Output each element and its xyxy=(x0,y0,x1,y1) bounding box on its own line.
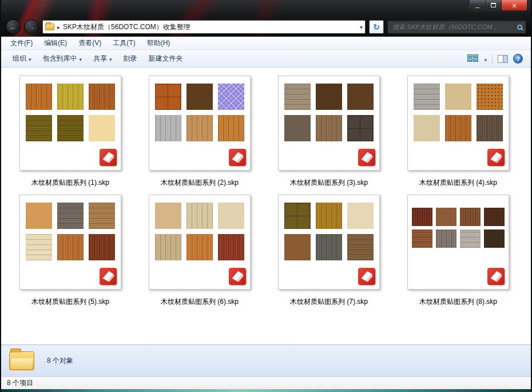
command-toolbar: 组织 包含到库中 共享 刻录 新建文件夹 xyxy=(1,50,531,68)
refresh-button[interactable] xyxy=(369,20,384,34)
menu-edit[interactable]: 编辑(E) xyxy=(38,37,73,49)
texture-swatch xyxy=(347,115,374,141)
file-item[interactable]: 木纹材质贴图系列 (6).skp xyxy=(149,195,251,307)
texture-swatch xyxy=(57,234,84,260)
sketchup-logo-icon xyxy=(100,149,117,166)
file-item[interactable]: 木纹材质贴图系列 (5).skp xyxy=(19,195,121,307)
menu-file[interactable]: 文件(F) xyxy=(5,37,38,49)
sketchup-logo-icon xyxy=(487,268,505,285)
texture-swatch xyxy=(155,234,181,260)
minimize-icon xyxy=(475,0,479,10)
forward-arrow-icon xyxy=(27,22,35,31)
window-chrome: SKP木纹材质（56DOTC.COM）收集整理 xyxy=(1,0,531,37)
minimize-button[interactable] xyxy=(469,0,486,11)
texture-swatch xyxy=(445,115,471,141)
chevron-down-icon xyxy=(80,55,82,63)
forward-button[interactable] xyxy=(24,19,39,34)
texture-swatch xyxy=(316,203,342,229)
maximize-button[interactable] xyxy=(485,0,502,11)
texture-swatch xyxy=(89,203,115,229)
file-item[interactable]: 木纹材质贴图系列 (8).skp xyxy=(407,195,509,307)
breadcrumb-dropdown-icon[interactable] xyxy=(360,23,363,31)
texture-swatch xyxy=(218,84,244,110)
file-thumbnail xyxy=(278,76,380,171)
details-pane: 8 个对象 xyxy=(1,345,531,377)
texture-swatch xyxy=(26,203,52,229)
texture-swatch xyxy=(284,84,311,110)
file-thumbnail xyxy=(407,76,509,171)
window-controls xyxy=(470,0,527,11)
back-button[interactable] xyxy=(6,19,21,34)
texture-swatch xyxy=(57,203,84,229)
search-input[interactable] xyxy=(391,23,515,31)
include-in-library-button[interactable]: 包含到库中 xyxy=(37,52,88,65)
sketchup-logo-icon xyxy=(358,149,375,166)
change-view-icon[interactable] xyxy=(467,54,479,63)
texture-swatch xyxy=(57,115,84,141)
file-item[interactable]: 木纹材质贴图系列 (7).skp xyxy=(278,195,380,307)
organize-label: 组织 xyxy=(13,54,26,64)
organize-button[interactable]: 组织 xyxy=(7,52,37,65)
sketchup-logo-icon xyxy=(229,149,246,166)
texture-swatch xyxy=(57,84,84,110)
texture-swatch xyxy=(26,115,52,141)
texture-swatch xyxy=(155,115,181,141)
close-icon xyxy=(511,0,517,10)
texture-swatch xyxy=(284,234,311,260)
chevron-down-icon[interactable] xyxy=(484,54,487,64)
texture-swatch xyxy=(484,229,505,248)
texture-swatch xyxy=(477,84,503,110)
texture-swatch-grid xyxy=(149,203,250,260)
window-bottom-edge xyxy=(1,389,531,392)
file-thumbnail xyxy=(19,195,121,290)
file-item[interactable]: 木纹材质贴图系列 (2).skp xyxy=(149,76,251,188)
new-folder-button[interactable]: 新建文件夹 xyxy=(143,52,189,65)
file-name-label: 木纹材质贴图系列 (5).skp xyxy=(19,297,121,307)
menu-tools[interactable]: 工具(T) xyxy=(107,37,141,49)
texture-swatch xyxy=(460,229,481,248)
texture-swatch xyxy=(412,208,432,226)
texture-swatch xyxy=(186,84,213,110)
texture-swatch xyxy=(89,115,115,141)
texture-swatch xyxy=(414,115,440,141)
breadcrumb-separator-icon xyxy=(57,23,60,31)
texture-swatch xyxy=(26,84,52,110)
help-icon[interactable] xyxy=(513,54,523,64)
texture-swatch xyxy=(412,229,432,248)
navigation-bar: SKP木纹材质（56DOTC.COM）收集整理 xyxy=(1,17,531,37)
folder-icon xyxy=(9,351,34,370)
texture-swatch xyxy=(218,234,244,260)
file-item[interactable]: 木纹材质贴图系列 (1).skp xyxy=(19,76,121,188)
search-box[interactable] xyxy=(387,20,526,34)
menu-view[interactable]: 查看(V) xyxy=(73,37,107,49)
close-button[interactable] xyxy=(501,0,527,11)
texture-swatch xyxy=(155,84,181,110)
menu-help[interactable]: 帮助(H) xyxy=(141,37,176,49)
back-arrow-icon xyxy=(9,22,17,31)
texture-swatch xyxy=(484,208,505,226)
texture-swatch xyxy=(347,84,374,110)
file-name-label: 木纹材质贴图系列 (7).skp xyxy=(278,297,380,307)
texture-swatch xyxy=(436,208,456,226)
file-name-label: 木纹材质贴图系列 (3).skp xyxy=(278,178,380,188)
share-label: 共享 xyxy=(93,54,107,64)
preview-pane-icon[interactable] xyxy=(498,55,508,63)
status-bar: 8 个项目 xyxy=(1,377,531,389)
file-item[interactable]: 木纹材质贴图系列 (3).skp xyxy=(278,76,380,188)
texture-swatch-grid xyxy=(20,203,121,260)
file-thumbnail xyxy=(19,76,121,171)
sketchup-logo-icon xyxy=(358,268,375,285)
breadcrumb[interactable]: SKP木纹材质（56DOTC.COM）收集整理 xyxy=(42,20,366,34)
share-button[interactable]: 共享 xyxy=(88,52,118,65)
file-item[interactable]: 木纹材质贴图系列 (4).skp xyxy=(407,76,509,188)
texture-swatch xyxy=(186,203,213,229)
burn-button[interactable]: 刻录 xyxy=(118,52,143,65)
texture-swatch-grid xyxy=(279,84,379,141)
sketchup-logo-icon xyxy=(229,268,246,285)
texture-swatch xyxy=(316,115,342,141)
menu-bar: 文件(F) 编辑(E) 查看(V) 工具(T) 帮助(H) xyxy=(1,37,531,50)
breadcrumb-path[interactable]: SKP木纹材质（56DOTC.COM）收集整理 xyxy=(63,22,190,32)
refresh-icon xyxy=(373,22,380,32)
texture-swatch xyxy=(89,84,115,110)
item-count-label: 8 个项目 xyxy=(7,378,33,388)
